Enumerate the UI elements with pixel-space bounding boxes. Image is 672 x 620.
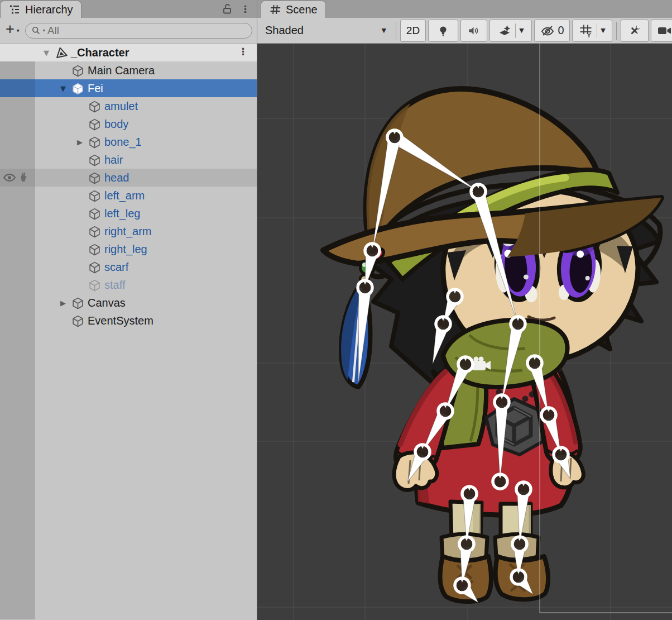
draw-mode-caret-icon: ▼: [382, 27, 386, 34]
hierarchy-row-left_arm[interactable]: left_arm: [0, 187, 257, 204]
row-label: staff: [104, 279, 125, 292]
svg-text:Y: Y: [587, 31, 592, 38]
hierarchy-panel: Hierarchy ⋮ + ▾: [0, 0, 257, 620]
hierarchy-row-left_leg[interactable]: left_leg: [0, 204, 257, 222]
search-input[interactable]: [47, 25, 246, 37]
search-filter-caret-icon[interactable]: ▾: [43, 28, 45, 33]
expand-arrow-icon[interactable]: ▶: [73, 138, 87, 146]
grid-settings-icon: Y: [579, 23, 593, 38]
gameobject-icon: [87, 206, 102, 221]
hidden-count: 0: [558, 24, 564, 37]
scene-viewport[interactable]: [257, 44, 672, 620]
hierarchy-empty-area[interactable]: [0, 330, 257, 619]
add-object-dropdown-icon[interactable]: ▾: [17, 27, 20, 34]
cube-icon: [88, 189, 101, 202]
hierarchy-row-Fei[interactable]: ▼ Fei: [0, 79, 257, 97]
hierarchy-toolbar: + ▾ ▾: [0, 18, 257, 44]
row-label: hair: [104, 154, 123, 166]
audio-toggle-button[interactable]: [460, 20, 487, 42]
camera-settings-button[interactable]: [651, 20, 672, 42]
hierarchy-row-bone_1[interactable]: ▶ bone_1: [0, 133, 257, 151]
grid-icon: [269, 3, 281, 16]
row-label: left_leg: [104, 207, 141, 220]
tools-icon: [627, 23, 642, 38]
row-label: Canvas: [88, 297, 126, 309]
row-label: scarf: [104, 261, 128, 274]
prefab-cube-icon: [71, 82, 84, 95]
hierarchy-tab-label: Hierarchy: [25, 3, 73, 16]
effects-menu-button[interactable]: ▼: [489, 20, 532, 42]
lighting-toggle-button[interactable]: [428, 20, 458, 42]
hierarchy-row-right_leg[interactable]: right_leg: [0, 240, 257, 258]
hierarchy-searchbox[interactable]: ▾: [25, 23, 252, 39]
gameobject-icon: [87, 188, 102, 203]
cube-icon: [71, 314, 84, 327]
hierarchy-row-staff[interactable]: staff: [0, 276, 257, 294]
scene-canvas[interactable]: [257, 44, 672, 620]
hierarchy-tabbar: Hierarchy ⋮: [0, 0, 257, 18]
cube-icon: [88, 100, 101, 113]
customize-tools-button[interactable]: [621, 20, 649, 42]
expand-arrow-icon[interactable]: ▶: [56, 299, 70, 307]
row-label: _Character: [71, 46, 129, 59]
hierarchy-row-amulet[interactable]: amulet: [0, 97, 257, 115]
gameobject-icon: [87, 117, 102, 131]
hierarchy-row-Main Camera[interactable]: Main Camera: [0, 61, 257, 79]
scene-visibility-button[interactable]: 0: [534, 20, 570, 42]
row-label: Main Camera: [88, 64, 155, 77]
hierarchy-menu-icon[interactable]: ⋮: [241, 4, 250, 14]
gameobject-icon: [70, 295, 85, 310]
tab-hierarchy[interactable]: Hierarchy: [0, 1, 81, 18]
toolbar-separator: [616, 22, 617, 40]
cube-icon: [88, 171, 101, 184]
2d-toggle-button[interactable]: 2D: [400, 20, 426, 42]
search-icon: [31, 26, 41, 35]
gameobject-icon: [87, 242, 102, 256]
pick-icon[interactable]: [17, 170, 31, 185]
expand-arrow-icon[interactable]: ▼: [56, 84, 70, 93]
hierarchy-row-head[interactable]: head: [0, 169, 257, 187]
gameobject-icon: [87, 170, 102, 185]
lock-open-icon[interactable]: [222, 3, 233, 15]
gameobject-icon: [87, 260, 102, 274]
expand-arrow-icon[interactable]: ▼: [39, 49, 54, 57]
row-visibility-controls[interactable]: [2, 170, 31, 185]
grid-settings-button[interactable]: Y ▼: [572, 20, 612, 42]
scene-tab-label: Scene: [286, 3, 318, 16]
add-object-button[interactable]: +: [6, 22, 15, 37]
camera-icon: [657, 23, 672, 38]
effects-dropdown-icon[interactable]: ▼: [519, 27, 524, 34]
cube-icon: [88, 225, 101, 238]
hierarchy-row-_Character[interactable]: ▼ _Character⋮: [0, 44, 257, 61]
row-label: amulet: [104, 100, 138, 113]
row-label: Fei: [88, 82, 103, 95]
visibility-off-icon: [540, 23, 555, 38]
hierarchy-tree: ▼ _Character⋮ Main Camera▼ Fei amulet bo…: [0, 44, 257, 330]
gameobject-icon: [70, 313, 85, 328]
gameobject-icon: [70, 81, 85, 96]
cube-icon: [88, 243, 101, 256]
light-icon: [436, 24, 450, 37]
hierarchy-row-Canvas[interactable]: ▶ Canvas: [0, 294, 257, 312]
hierarchy-row-scarf[interactable]: scarf: [0, 258, 257, 276]
cube-icon: [71, 297, 84, 309]
gameobject-icon: [87, 152, 102, 167]
hierarchy-row-EventSystem[interactable]: EventSystem: [0, 312, 257, 330]
tab-scene[interactable]: Scene: [261, 1, 326, 18]
scene-options-icon[interactable]: ⋮: [238, 47, 248, 56]
hierarchy-row-hair[interactable]: hair: [0, 151, 257, 169]
draw-mode-dropdown[interactable]: Shaded ▼: [262, 20, 392, 42]
row-label: right_leg: [104, 243, 147, 256]
cube-icon: [88, 207, 101, 220]
gameobject-icon: [87, 224, 102, 239]
eye-icon[interactable]: [2, 170, 17, 185]
grid-dropdown-icon[interactable]: ▼: [601, 27, 605, 34]
hierarchy-row-right_arm[interactable]: right_arm: [0, 222, 257, 240]
hierarchy-row-body[interactable]: body: [0, 115, 257, 133]
row-label: right_arm: [104, 225, 151, 238]
gameobject-icon: [70, 63, 85, 78]
cube-icon: [88, 136, 101, 149]
hierarchy-icon: [8, 3, 21, 16]
row-label: left_arm: [104, 189, 145, 202]
row-label: EventSystem: [88, 314, 153, 327]
